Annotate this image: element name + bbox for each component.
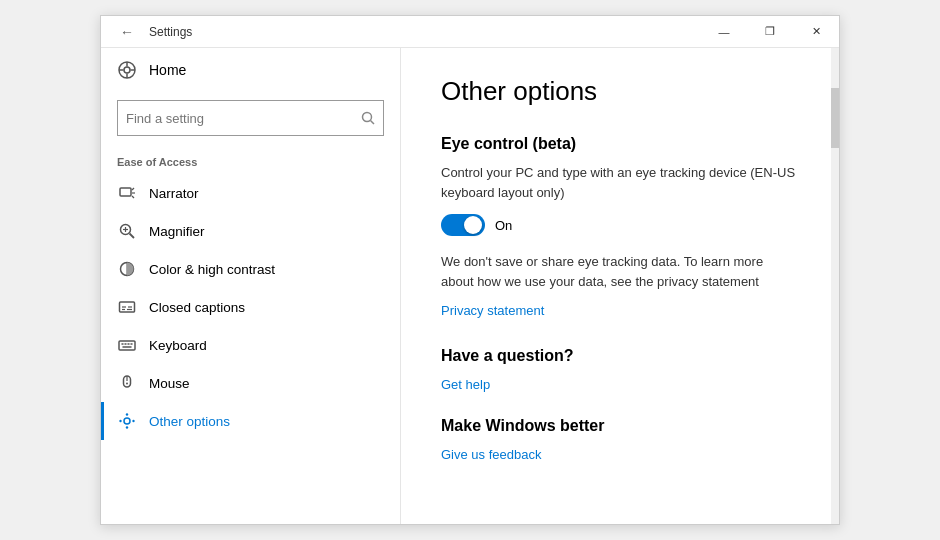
captions-label: Closed captions [149,300,245,315]
home-icon [117,60,137,80]
sidebar-item-keyboard[interactable]: Keyboard [101,326,400,364]
settings-window: ← Settings — ❐ ✕ [100,15,840,525]
feedback-section: Make Windows better Give us feedback [441,417,799,463]
svg-line-7 [371,121,375,125]
svg-point-35 [119,420,121,422]
color-label: Color & high contrast [149,262,275,277]
captions-icon [117,297,137,317]
svg-rect-8 [120,188,131,196]
sidebar-item-color-contrast[interactable]: Color & high contrast [101,250,400,288]
svg-point-6 [363,113,372,122]
svg-point-33 [126,413,128,415]
close-button[interactable]: ✕ [793,16,839,48]
titlebar: ← Settings — ❐ ✕ [101,16,839,48]
toggle-thumb [464,216,482,234]
eye-control-title: Eye control (beta) [441,135,799,153]
eye-control-toggle[interactable] [441,214,485,236]
sidebar-item-mouse[interactable]: Mouse [101,364,400,402]
back-button[interactable]: ← [113,18,141,46]
sidebar-item-other-options[interactable]: Other options [101,402,400,440]
restore-button[interactable]: ❐ [747,16,793,48]
svg-rect-23 [119,341,135,350]
sidebar-item-magnifier[interactable]: Magnifier [101,212,400,250]
get-help-link[interactable]: Get help [441,377,490,392]
svg-point-32 [124,418,130,424]
privacy-statement-link[interactable]: Privacy statement [441,303,544,318]
mouse-icon [117,373,137,393]
scrollbar-track[interactable] [831,48,839,524]
search-icon [361,111,375,125]
color-icon [117,259,137,279]
other-options-label: Other options [149,414,230,429]
toggle-state-label: On [495,218,512,233]
home-label: Home [149,62,186,78]
magnifier-icon [117,221,137,241]
titlebar-left: ← Settings [113,18,192,46]
svg-line-13 [130,234,135,239]
sidebar: Home Ease of Access [101,48,401,524]
toggle-row: On [441,214,799,236]
eye-control-description: Control your PC and type with an eye tra… [441,163,799,202]
titlebar-title: Settings [149,25,192,39]
main-content: Other options Eye control (beta) Control… [401,48,839,524]
eye-control-section: Eye control (beta) Control your PC and t… [441,135,799,319]
sidebar-item-narrator[interactable]: Narrator [101,174,400,212]
home-button[interactable]: Home [101,48,400,92]
svg-rect-18 [120,302,135,312]
svg-point-1 [124,67,130,73]
svg-point-34 [126,426,128,428]
svg-point-36 [132,420,134,422]
mouse-label: Mouse [149,376,190,391]
svg-line-9 [132,188,134,190]
svg-point-31 [126,383,128,385]
help-title: Have a question? [441,347,799,365]
ease-of-access-label: Ease of Access [101,144,400,174]
sidebar-item-closed-captions[interactable]: Closed captions [101,288,400,326]
scrollbar-thumb[interactable] [831,88,839,148]
search-input[interactable] [126,111,361,126]
eye-control-info: We don't save or share eye tracking data… [441,252,799,291]
other-options-icon [117,411,137,431]
feedback-link[interactable]: Give us feedback [441,447,541,462]
keyboard-label: Keyboard [149,338,207,353]
feedback-title: Make Windows better [441,417,799,435]
help-section: Have a question? Get help [441,347,799,393]
narrator-label: Narrator [149,186,199,201]
keyboard-icon [117,335,137,355]
minimize-button[interactable]: — [701,16,747,48]
titlebar-controls: — ❐ ✕ [701,16,839,48]
search-box[interactable] [117,100,384,136]
content-area: Home Ease of Access [101,48,839,524]
narrator-icon [117,183,137,203]
magnifier-label: Magnifier [149,224,205,239]
svg-line-11 [132,196,134,198]
page-title: Other options [441,76,799,107]
